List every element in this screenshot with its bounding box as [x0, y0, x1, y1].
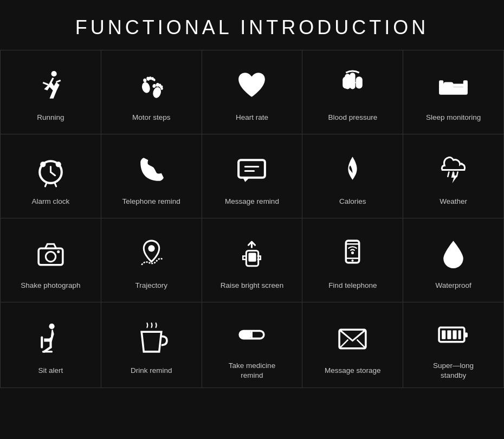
trajectory-icon: [134, 232, 169, 275]
svg-line-2: [56, 80, 61, 82]
alarm-clock-icon: [33, 148, 68, 191]
find-telephone-icon: [335, 232, 370, 275]
waterproof-icon: [436, 232, 471, 275]
svg-rect-53: [41, 337, 43, 348]
feature-sleep-monitoring: Sleep monitoring: [403, 50, 504, 134]
svg-rect-22: [439, 80, 443, 90]
heart-rate-label: Heart rate: [236, 113, 268, 122]
message-storage-label: Message storage: [325, 366, 381, 376]
calories-label: Calories: [339, 197, 366, 206]
super-long-standby-label: Super—long standby: [433, 361, 474, 380]
svg-rect-23: [463, 80, 468, 90]
feature-blood-pressure: Blood pressure: [302, 50, 403, 134]
feature-message-remind: Message remind: [202, 134, 303, 218]
blood-pressure-label: Blood pressure: [328, 113, 377, 122]
svg-rect-56: [240, 331, 252, 338]
svg-point-29: [40, 162, 46, 167]
shake-photograph-label: Shake photograph: [21, 281, 80, 290]
feature-raise-bright-screen: Raise bright screen: [202, 218, 303, 302]
svg-line-32: [55, 183, 56, 186]
feature-message-storage: Message storage: [302, 302, 403, 388]
feature-motor-steps: Motor steps: [101, 50, 202, 134]
raise-bright-screen-icon: [234, 232, 269, 275]
motor-steps-label: Motor steps: [132, 113, 171, 122]
super-long-standby-icon: [436, 312, 471, 356]
features-grid: Running Motor steps: [0, 50, 504, 388]
page-title: FUNCTIONAL INTRODUCTION: [0, 0, 504, 50]
svg-rect-62: [442, 330, 445, 339]
sit-alert-icon: [33, 317, 68, 360]
telephone-remind-label: Telephone remind: [122, 197, 180, 206]
feature-drink-remind: Drink remind: [101, 302, 202, 388]
telephone-remind-icon: [134, 148, 169, 191]
svg-point-3: [141, 81, 151, 94]
message-remind-icon: [234, 148, 269, 191]
message-storage-icon: [335, 317, 370, 360]
svg-line-28: [50, 172, 55, 175]
blood-pressure-icon: [335, 64, 370, 107]
svg-line-31: [45, 183, 47, 186]
sit-alert-label: Sit alert: [38, 366, 63, 376]
heart-rate-icon: [234, 64, 269, 107]
feature-heart-rate: Heart rate: [202, 50, 303, 134]
message-remind-label: Message remind: [225, 197, 279, 206]
svg-rect-18: [356, 76, 363, 88]
svg-line-58: [339, 340, 348, 348]
svg-point-49: [352, 259, 354, 261]
feature-running: Running: [1, 50, 101, 134]
svg-rect-24: [443, 82, 453, 88]
shake-photograph-icon: [33, 232, 68, 275]
feature-shake-photograph: Shake photograph: [1, 218, 101, 302]
running-icon: [33, 64, 68, 107]
sleep-monitoring-label: Sleep monitoring: [426, 113, 481, 122]
svg-rect-64: [453, 330, 457, 339]
weather-label: Weather: [440, 197, 467, 206]
feature-weather: Weather: [403, 134, 504, 218]
trajectory-label: Trajectory: [135, 281, 167, 290]
svg-point-0: [51, 71, 56, 76]
svg-rect-33: [239, 160, 266, 178]
motor-steps-icon: [134, 64, 169, 107]
svg-point-41: [57, 250, 60, 253]
running-label: Running: [37, 113, 64, 122]
feature-alarm-clock: Alarm clock: [1, 134, 101, 218]
svg-rect-15: [350, 73, 356, 89]
svg-point-40: [46, 251, 55, 261]
svg-line-59: [357, 340, 366, 348]
feature-trajectory: Trajectory: [101, 218, 202, 302]
svg-point-4: [143, 78, 147, 82]
drink-remind-icon: [134, 317, 169, 360]
feature-sit-alert: Sit alert: [1, 302, 101, 388]
waterproof-label: Waterproof: [435, 281, 471, 290]
svg-rect-61: [464, 332, 468, 337]
svg-point-42: [148, 245, 154, 251]
alarm-clock-label: Alarm clock: [32, 197, 70, 206]
feature-find-telephone: Find telephone: [302, 218, 403, 302]
svg-point-10: [152, 83, 156, 88]
svg-line-1: [43, 82, 48, 85]
take-medicine-remind-icon: [234, 312, 269, 356]
feature-take-medicine-remind: Take medicine remind: [202, 302, 303, 388]
drink-remind-label: Drink remind: [131, 366, 172, 376]
svg-rect-17: [343, 76, 350, 88]
calories-icon: [335, 148, 370, 191]
svg-rect-65: [458, 330, 461, 339]
svg-point-30: [56, 162, 61, 167]
feature-telephone-remind: Telephone remind: [101, 134, 202, 218]
find-telephone-label: Find telephone: [328, 281, 377, 290]
svg-rect-63: [447, 330, 451, 339]
feature-calories: Calories: [302, 134, 403, 218]
svg-rect-44: [249, 253, 256, 261]
svg-point-50: [351, 251, 354, 254]
svg-line-36: [448, 172, 449, 176]
svg-point-51: [49, 324, 54, 329]
raise-bright-screen-label: Raise bright screen: [221, 281, 283, 290]
weather-icon: [436, 148, 471, 191]
sleep-monitoring-icon: [436, 64, 471, 107]
take-medicine-remind-label: Take medicine remind: [229, 361, 275, 380]
feature-super-long-standby: Super—long standby: [403, 302, 504, 388]
feature-waterproof: Waterproof: [403, 218, 504, 302]
